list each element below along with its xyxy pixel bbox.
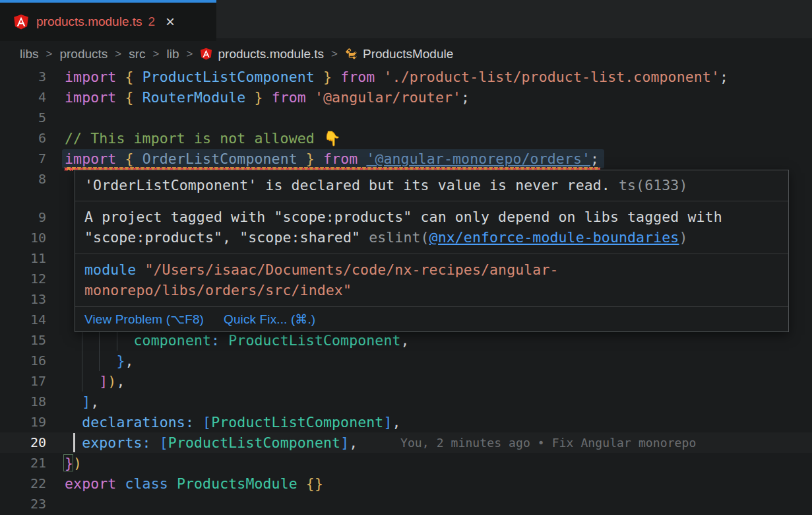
line-number[interactable]: 7 (0, 149, 46, 169)
code-text: export class ProductsModule {} (65, 473, 323, 494)
line-number[interactable]: 11 (0, 248, 46, 269)
code-text: ], (65, 392, 99, 412)
breadcrumb: libs>products>src>lib>products.module.ts… (0, 41, 812, 67)
chevron-right-icon: > (115, 48, 121, 61)
code-text: declarations: [ProductListComponent], (65, 412, 401, 432)
code-line-16[interactable]: 16 }, (0, 351, 812, 371)
code-line-19[interactable]: 19 declarations: [ProductListComponent], (0, 412, 812, 432)
line-number[interactable]: 14 (0, 310, 46, 330)
code-line-15[interactable]: 15 component: ProductListComponent, (0, 330, 812, 351)
code-line-7[interactable]: 7import { OrderListComponent } from '@an… (0, 149, 812, 169)
line-number[interactable]: 12 (0, 269, 46, 289)
tab-products-module[interactable]: products.module.ts 2 × (0, 0, 216, 41)
line-number[interactable]: 3 (0, 67, 46, 87)
eslint-rule-link[interactable]: @nx/enforce-module-boundaries (429, 229, 679, 246)
git-blame-annotation: You, 2 minutes ago • Fix Angular monorep… (400, 432, 696, 453)
line-number[interactable]: 23 (0, 494, 46, 514)
chevron-right-icon: > (46, 48, 53, 61)
code-line-17[interactable]: 17 ]), (0, 371, 812, 392)
line-number[interactable]: 22 (0, 473, 46, 494)
line-number[interactable]: 19 (0, 412, 46, 432)
code-text: exports: [ProductListComponent], (65, 432, 358, 453)
breadcrumb-item-productsmodule[interactable]: ProductsModule (345, 47, 453, 61)
line-number[interactable]: 21 (0, 453, 46, 473)
line-number[interactable]: 9 (0, 207, 46, 228)
indent-guide (99, 351, 100, 371)
code-line-4[interactable]: 4import { RouterModule } from '@angular/… (0, 87, 812, 108)
line-number[interactable]: 10 (0, 228, 46, 248)
code-text: import { OrderListComponent } from '@ang… (65, 149, 599, 169)
chevron-right-icon: > (153, 48, 160, 61)
tab-bar-empty-area (216, 0, 812, 38)
code-line-22[interactable]: 22export class ProductsModule {} (0, 473, 812, 494)
code-line-3[interactable]: 3import { ProductListComponent } from '.… (0, 67, 812, 87)
indent-guide (117, 330, 117, 351)
code-line-6[interactable]: 6// This import is not allowed 👇 (0, 128, 812, 149)
line-number[interactable]: 16 (0, 351, 46, 371)
hover-section-1: 'OrderListComponent' is declared but its… (75, 170, 788, 201)
code-line-18[interactable]: 18 ], (0, 392, 812, 412)
line-number[interactable]: 4 (0, 87, 46, 108)
line-number[interactable]: 20 (0, 432, 46, 453)
hover-section-3: module "/Users/isaac/Documents/code/nx-r… (75, 254, 788, 307)
close-icon[interactable]: × (166, 14, 175, 30)
code-line-23[interactable]: 23 (0, 494, 812, 514)
breadcrumb-item-lib[interactable]: lib (167, 47, 179, 61)
indent-guide (82, 351, 82, 371)
line-number[interactable]: 5 (0, 108, 46, 128)
indent-guide (82, 371, 82, 392)
view-problem-link[interactable]: View Problem (⌥F8) (84, 312, 204, 327)
hover-action-bar: View Problem (⌥F8)Quick Fix... (⌘.) (75, 307, 788, 331)
text-cursor (73, 433, 75, 452)
line-number[interactable]: 17 (0, 371, 46, 392)
chevron-right-icon: > (187, 48, 193, 61)
angular-icon (13, 14, 29, 30)
breadcrumb-item-products[interactable]: products (59, 47, 108, 61)
tab-problem-count: 2 (148, 15, 156, 29)
class-symbol-icon (345, 48, 358, 60)
breadcrumb-item-src[interactable]: src (129, 47, 145, 61)
indent-guide (82, 330, 82, 351)
indent-guide (99, 330, 100, 351)
tab-title: products.module.ts (36, 15, 142, 29)
quick-fix-link[interactable]: Quick Fix... (⌘.) (224, 312, 315, 327)
line-number[interactable]: 18 (0, 392, 46, 412)
code-text: // This import is not allowed 👇 (65, 128, 341, 149)
code-line-21[interactable]: 21}) (0, 453, 812, 473)
bracket-match-highlight (63, 454, 73, 471)
code-text: import { ProductListComponent } from './… (65, 67, 728, 87)
line-number[interactable]: 15 (0, 330, 46, 351)
breadcrumb-item-products-module-ts[interactable]: products.module.ts (200, 47, 324, 61)
code-line-5[interactable]: 5 (0, 108, 812, 128)
line-number[interactable]: 8 (0, 169, 46, 189)
hover-section-2: A project tagged with "scope:products" c… (75, 201, 788, 254)
line-number[interactable]: 6 (0, 128, 46, 149)
code-line-20[interactable]: 20 exports: [ProductListComponent],You, … (0, 432, 812, 453)
problem-hover-popup: 'OrderListComponent' is declared but its… (75, 170, 789, 332)
code-text: ]), (65, 371, 125, 392)
angular-icon (200, 48, 212, 60)
chevron-right-icon: > (331, 48, 338, 61)
line-number[interactable]: 13 (0, 289, 46, 310)
breadcrumb-item-libs[interactable]: libs (20, 47, 39, 61)
tab-bar: products.module.ts 2 × (0, 0, 812, 41)
code-text: import { RouterModule } from '@angular/r… (65, 87, 470, 108)
